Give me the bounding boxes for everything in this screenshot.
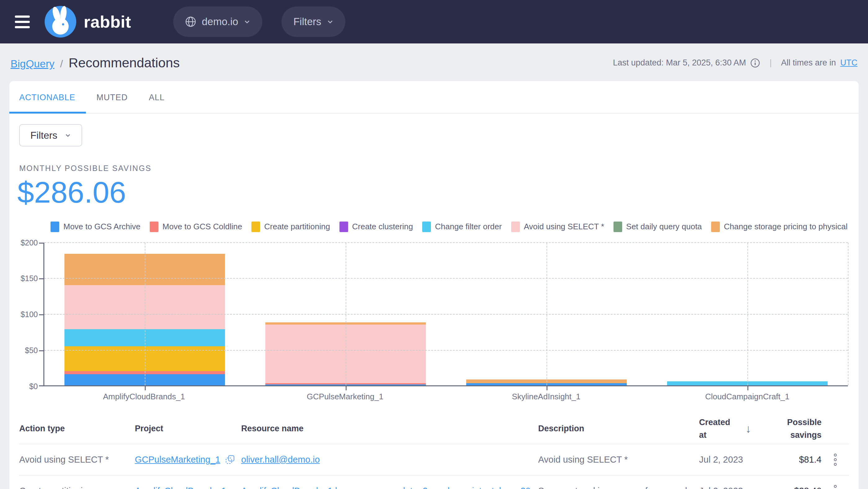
cell-description: Avoid using SELECT * bbox=[538, 455, 699, 465]
hamburger-menu-icon[interactable] bbox=[15, 16, 30, 28]
x-axis-tick bbox=[145, 385, 146, 390]
page-header: BigQuery / Recommendations Last updated:… bbox=[0, 44, 868, 81]
project-link[interactable]: GCPulseMarketing_1 bbox=[135, 455, 220, 465]
cell-action-type: Create partitioning bbox=[19, 486, 135, 489]
y-axis-tick bbox=[39, 314, 44, 315]
top-navbar: rabbit demo.io Filters bbox=[0, 0, 868, 44]
breadcrumb-separator: / bbox=[60, 58, 63, 70]
filters-button[interactable]: Filters bbox=[19, 124, 82, 146]
y-axis-tick bbox=[39, 350, 44, 351]
recommendations-table: Action typeProjectResource nameDescripti… bbox=[19, 414, 849, 489]
cell-created-at: Jul 2, 2023 bbox=[699, 486, 746, 489]
last-updated-text: Last updated: Mar 5, 2025, 6:30 AM bbox=[613, 58, 746, 68]
resource-link[interactable]: oliver.hall@demo.io bbox=[241, 455, 320, 464]
chevron-down-icon bbox=[327, 18, 334, 25]
horizontal-gridline bbox=[44, 278, 848, 279]
page-title: Recommendations bbox=[68, 55, 180, 70]
org-selector[interactable]: demo.io bbox=[173, 6, 262, 37]
legend-swatch bbox=[51, 222, 59, 232]
legend-swatch bbox=[422, 222, 431, 232]
cell-actions bbox=[822, 451, 849, 468]
y-axis-label: $200 bbox=[19, 238, 38, 247]
org-name: demo.io bbox=[202, 16, 238, 28]
y-axis-tick bbox=[39, 385, 44, 386]
legend-label: Create clustering bbox=[352, 222, 413, 231]
row-actions-kebab-icon[interactable] bbox=[822, 451, 849, 468]
chevron-down-icon bbox=[244, 18, 250, 25]
sort-column-indicator[interactable]: ↓ bbox=[746, 422, 767, 435]
vertical-gridline bbox=[848, 242, 848, 385]
brand-wordmark: rabbit bbox=[84, 12, 131, 31]
tab-muted[interactable]: MUTED bbox=[86, 81, 138, 114]
filters-button-label: Filters bbox=[30, 130, 57, 141]
col-header-resource-name: Resource name bbox=[241, 424, 538, 433]
chart-legend: Move to GCS ArchiveMove to GCS ColdlineC… bbox=[9, 222, 847, 232]
nav-filters-label: Filters bbox=[293, 16, 321, 28]
breadcrumb: BigQuery / Recommendations bbox=[10, 55, 180, 70]
col-header-action-type: Action type bbox=[19, 424, 135, 433]
copy-icon[interactable] bbox=[225, 454, 235, 465]
tab-actionable[interactable]: ACTIONABLE bbox=[9, 81, 86, 114]
legend-item[interactable]: Create partitioning bbox=[251, 222, 330, 232]
legend-item[interactable]: Set daily query quota bbox=[614, 222, 702, 232]
info-icon[interactable] bbox=[750, 58, 760, 68]
legend-swatch bbox=[614, 222, 622, 232]
legend-label: Avoid using SELECT * bbox=[524, 222, 604, 231]
sort-desc-icon[interactable]: ↓ bbox=[746, 422, 751, 435]
x-axis-tick bbox=[747, 385, 748, 390]
x-axis-tick bbox=[346, 385, 347, 390]
legend-swatch bbox=[511, 222, 520, 232]
times-note: All times are in bbox=[781, 58, 836, 68]
cell-project: GCPulseMarketing_1 bbox=[135, 454, 241, 465]
tab-all[interactable]: ALL bbox=[138, 81, 175, 114]
y-axis-tick bbox=[39, 278, 44, 279]
horizontal-gridline bbox=[44, 350, 848, 351]
utc-link[interactable]: UTC bbox=[840, 58, 858, 68]
legend-item[interactable]: Create clustering bbox=[339, 222, 413, 232]
header-meta: Last updated: Mar 5, 2025, 6:30 AM | All… bbox=[613, 58, 858, 68]
y-axis-label: $100 bbox=[19, 310, 38, 319]
y-axis-label: $50 bbox=[19, 346, 38, 355]
col-header-possible-savings: Possible savings bbox=[767, 416, 822, 441]
cell-possible-savings: $81.4 bbox=[767, 455, 822, 465]
legend-label: Set daily query quota bbox=[626, 222, 702, 231]
cell-resource-name: oliver.hall@demo.io bbox=[241, 455, 538, 465]
legend-item[interactable]: Move to GCS Coldline bbox=[150, 222, 242, 232]
row-actions-kebab-icon[interactable] bbox=[822, 483, 849, 489]
legend-item[interactable]: Change filter order bbox=[422, 222, 502, 232]
cell-resource-name: AmplifyCloudBrands_1.buyer_persona_data_… bbox=[241, 486, 538, 489]
legend-label: Move to GCS Archive bbox=[63, 222, 141, 231]
horizontal-gridline bbox=[44, 242, 848, 243]
y-axis-tick bbox=[39, 242, 44, 243]
chart-plot-area bbox=[43, 242, 848, 386]
rabbit-logo[interactable] bbox=[44, 6, 76, 37]
nav-filters-dropdown[interactable]: Filters bbox=[281, 6, 345, 37]
savings-chart: AmplifyCloudBrands_1GCPulseMarketing_1Sk… bbox=[19, 241, 848, 403]
project-link[interactable]: AmplifyCloudBrands_1 bbox=[135, 486, 226, 489]
legend-item[interactable]: Change storage pricing to physical bbox=[711, 222, 847, 232]
legend-label: Change storage pricing to physical bbox=[724, 222, 847, 231]
x-axis-tick bbox=[547, 385, 548, 390]
breadcrumb-bigquery-link[interactable]: BigQuery bbox=[10, 58, 55, 70]
table-header: Action typeProjectResource nameDescripti… bbox=[19, 414, 849, 444]
resource-link[interactable]: AmplifyCloudBrands_1.buyer_persona_data_… bbox=[241, 486, 530, 489]
legend-swatch bbox=[711, 222, 720, 232]
cell-action-type: Avoid using SELECT * bbox=[19, 455, 135, 465]
legend-item[interactable]: Move to GCS Archive bbox=[51, 222, 141, 232]
globe-icon bbox=[185, 16, 196, 27]
x-axis-label: CloudCampaignCraft_1 bbox=[705, 392, 789, 402]
col-header-created-at[interactable]: Created at bbox=[699, 416, 746, 441]
x-axis-label: GCPulseMarketing_1 bbox=[307, 392, 383, 402]
tabs: ACTIONABLEMUTEDALL bbox=[9, 81, 859, 114]
cell-project: AmplifyCloudBrands_1 bbox=[135, 486, 241, 489]
cell-possible-savings: $38.46 bbox=[767, 486, 822, 489]
cell-description: Save cost and improve performance by bbox=[538, 486, 699, 489]
legend-item[interactable]: Avoid using SELECT * bbox=[511, 222, 604, 232]
y-axis-label: $0 bbox=[19, 382, 38, 391]
legend-label: Move to GCS Coldline bbox=[162, 222, 242, 231]
table-body: Avoid using SELECT *GCPulseMarketing_1ol… bbox=[19, 444, 849, 489]
cell-actions bbox=[822, 483, 849, 489]
col-header-description: Description bbox=[538, 424, 699, 433]
chevron-down-icon bbox=[65, 132, 71, 138]
table-row: Avoid using SELECT *GCPulseMarketing_1ol… bbox=[19, 444, 849, 475]
